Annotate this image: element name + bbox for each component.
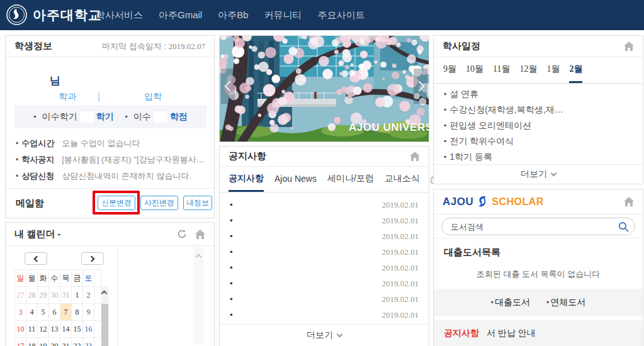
notice-panel: 공지사항 공지사항Ajou News세미나/포럼교내소식 •2019.02.01… [219,146,429,346]
notice-item[interactable]: •2019.02.01 [220,244,429,260]
chevron-up-icon [196,254,202,260]
calendar-day[interactable]: 19 [38,338,49,346]
credits-unit: 학점 [170,111,188,123]
month-tab-9월[interactable]: 9월 [443,57,456,83]
calendar-day[interactable]: 8 [72,304,83,321]
info-row-academic-notice[interactable]: • 학사공지 [봉사활동] (재공지) "[강남구자원봉사센터]… [16,153,205,167]
change-photo-button[interactable]: 사진변경 [140,196,178,210]
tab-overdue-books[interactable]: •연체도서 [546,297,585,308]
ajou-scholar-logo[interactable]: AJOU SCHOLAR [443,196,544,208]
schedule-item[interactable]: •편입생 오리엔테이션 [434,118,643,133]
calendar-day[interactable]: 3 [15,304,26,321]
month-tab-1월[interactable]: 1월 [546,57,560,83]
tab-notice[interactable]: 공지사항 [229,167,264,192]
masked-value [80,111,94,123]
schedule-list: •설 연휴•수강신청(재학생,복학생,재…•편입생 오리엔테이션•전기 학위수여… [434,86,643,165]
info-row-counseling[interactable]: • 상담신청 상담신청내역이 존재하지 않습니다. [16,169,205,183]
notice-item[interactable]: •2019.02.01 [220,276,429,291]
notice-item[interactable]: •2019.02.01 [220,213,429,228]
nav-main-sites[interactable]: 주요사이트 [318,9,365,21]
calendar-day-header: 월 [26,270,38,287]
calendar-day[interactable]: 5 [38,304,49,321]
change-status-button[interactable]: 신분변경 [98,196,135,210]
calendar-day[interactable]: 10 [15,321,26,338]
home-icon[interactable] [410,152,420,161]
calendar-day[interactable]: 11 [26,321,38,338]
nav-community[interactable]: 커뮤니티 [264,9,302,21]
calendar-day[interactable]: 1 [72,287,83,304]
calendar-day[interactable]: 9 [83,304,94,321]
nav-ajou-gmail[interactable]: 아주Gmail [159,9,202,21]
nav-academic-services[interactable]: 학사서비스 [96,9,143,21]
notice-date: 2019.02.01 [382,263,419,273]
schedule-item[interactable]: •전기 학위수여식 [434,133,643,149]
tab-campus-news[interactable]: 교내소식 [385,167,420,192]
dept-divider: | [98,91,100,101]
month-tab-11월[interactable]: 11월 [493,57,510,83]
calendar-day[interactable]: 6 [49,304,60,321]
calendar-day[interactable]: 28 [26,287,38,304]
calendar-day[interactable]: 27 [15,287,26,304]
notice-item[interactable]: •2019.02.01 [220,228,429,244]
notice-item[interactable]: •2019.02.01 [220,260,429,276]
notice-more-button[interactable]: 더보기 [220,324,429,346]
calendar-day[interactable]: 30 [49,287,60,304]
credits-label: 이수 [133,111,151,123]
calendar-day[interactable]: 2 [83,287,94,304]
schedule-more-button[interactable]: 더보기 [434,164,643,184]
calendar-day[interactable]: 15 [72,321,83,338]
home-icon[interactable] [195,230,205,239]
calendar-day[interactable]: 13 [49,321,60,338]
calendar-panel-title: 내 캘린더 - [14,228,60,240]
student-dept-row: 학과 | 입학 [6,91,214,104]
schedule-item[interactable]: •설 연휴 [434,86,643,102]
calendar-day-header: 금 [72,270,83,287]
calendar-day[interactable]: 7 [60,304,72,321]
university-emblem-icon [6,4,27,25]
university-logo[interactable]: 아주대학교 [6,4,102,25]
notice-item[interactable]: •2019.02.01 [220,291,429,307]
month-tab-12월[interactable]: 12월 [519,57,537,83]
calendar-day[interactable]: 14 [60,321,72,338]
calendar-day[interactable]: 23 [83,338,94,346]
carousel-next-button[interactable] [414,69,427,104]
scrollbar-thumb[interactable] [101,304,108,346]
calendar-prev-button[interactable] [25,252,47,265]
calendar-day[interactable]: 16 [83,321,94,338]
schedule-item[interactable]: •1학기 등록 [434,149,643,165]
my-info-button[interactable]: 내정보 [183,196,212,210]
month-tab-10월[interactable]: 10월 [466,57,483,83]
calendar-next-button[interactable] [81,252,104,265]
calendar-day[interactable]: 29 [38,287,49,304]
calendar-day[interactable]: 31 [60,287,72,304]
info-row-class-time[interactable]: • 수업시간 오늘 수업이 없습니다 [16,137,205,150]
month-tab-2월[interactable]: 2월 [569,57,582,83]
event-list-scrollbar[interactable] [194,245,204,345]
library-scholar-panel: AJOU SCHOLAR 대출도서목록 조회된 대출 도서 목록이 없습니다 •… [433,189,643,346]
schedule-item[interactable]: •수강신청(재학생,복학생,재… [434,102,643,118]
search-icon[interactable] [618,221,629,232]
calendar-day[interactable]: 22 [72,338,83,346]
calendar-day[interactable]: 12 [38,321,49,338]
library-notice-row[interactable]: 공지사항 서 반납 안내 [434,320,643,346]
nav-ajou-bb[interactable]: 아주Bb [218,9,248,21]
calendar-day[interactable]: 20 [49,338,60,346]
book-search-input[interactable] [441,218,635,235]
calendar-day[interactable]: 17 [15,338,26,346]
calendar-day[interactable]: 21 [60,338,72,346]
refresh-icon[interactable] [177,229,187,239]
notice-item[interactable]: •2019.02.01 [220,307,429,323]
home-icon[interactable] [624,197,634,206]
carousel-prev-button[interactable] [221,69,235,104]
calendar-day[interactable]: 4 [26,304,38,321]
home-icon[interactable] [624,42,634,51]
mailbox-label[interactable]: 메일함 [16,198,44,209]
calendar-day[interactable]: 18 [26,338,38,346]
tab-borrowed-books[interactable]: •대출도서 [491,297,530,308]
tab-ajou-news[interactable]: Ajou News [274,167,317,192]
chevron-left-icon [34,255,40,262]
notice-item[interactable]: •2019.02.01 [220,197,429,213]
calendar-day-header: 일 [15,270,26,287]
calendar-scrollbar[interactable] [101,286,109,346]
tab-seminar-forum[interactable]: 세미나/포럼 [327,167,374,192]
